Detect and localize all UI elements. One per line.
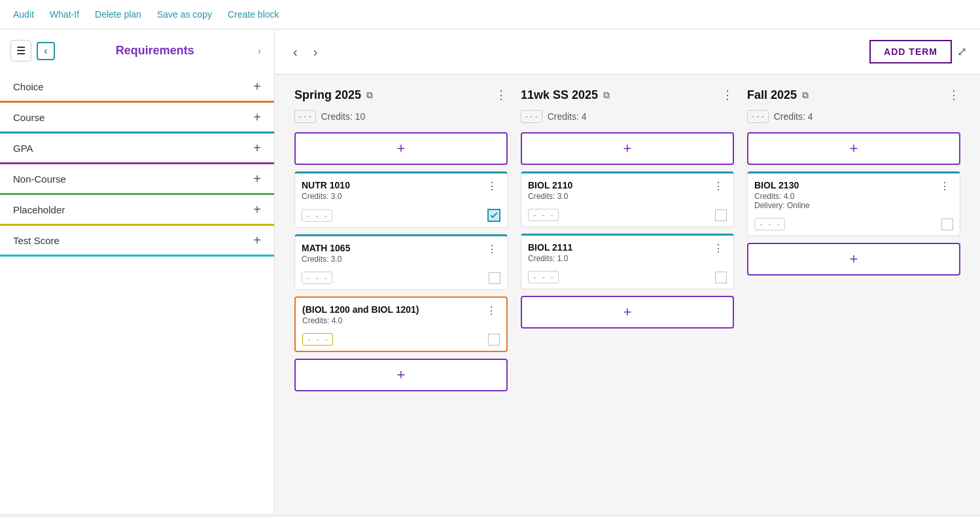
- course-biol1200-credits: Credits: 4.0: [302, 316, 483, 325]
- term-spring2025-copy-icon[interactable]: ⧉: [366, 90, 373, 101]
- content-header: ‹ › ADD TERM ⤢: [275, 29, 980, 75]
- sidebar-menu-button[interactable]: ☰: [10, 40, 31, 62]
- term-11wkss2025-copy-icon[interactable]: ⧉: [603, 90, 610, 101]
- sidebar-item-noncourse-label: Non-Course: [13, 173, 66, 185]
- sidebar-item-noncourse-add[interactable]: +: [253, 172, 261, 185]
- course-biol2111-checkbox[interactable]: [715, 272, 727, 283]
- nav-audit[interactable]: Audit: [13, 9, 34, 20]
- term-fall2025-menu[interactable]: ⋮: [948, 88, 960, 102]
- term-spring2025-credits-row: - - - Credits: 10: [294, 110, 508, 123]
- term-11wkss2025-credits: Credits: 4: [548, 111, 587, 122]
- course-nutr1010-badge: - - -: [302, 209, 332, 222]
- course-biol2111-badge: - - -: [528, 271, 559, 283]
- sidebar-title: Requirements: [58, 44, 253, 58]
- course-biol2130-code: BIOL 2130: [754, 180, 937, 190]
- course-biol2130-menu[interactable]: ⋮: [937, 180, 953, 192]
- course-biol2111-code: BIOL 2111: [528, 242, 710, 253]
- course-biol2130-badge: - - -: [754, 218, 785, 230]
- term-fall2025-header: Fall 2025 ⧉ ⋮: [747, 88, 960, 102]
- sidebar-item-placeholder-add[interactable]: +: [253, 203, 261, 216]
- sidebar-forward-button[interactable]: ›: [255, 43, 264, 60]
- term-11wkss2025-credits-row: - - - Credits: 4: [521, 110, 734, 123]
- sidebar-nav: ‹ Requirements ›: [37, 42, 264, 60]
- sidebar-item-choice-add[interactable]: +: [253, 80, 261, 93]
- sidebar-item-choice[interactable]: Choice +: [0, 72, 274, 103]
- term-spring2025-badge: - - -: [294, 110, 316, 123]
- course-biol2130-credits: Credits: 4.0: [754, 192, 937, 201]
- course-biol2111-credits: Credits: 1.0: [528, 254, 710, 263]
- term-fall2025-credits: Credits: 4: [774, 111, 813, 122]
- term-spring2025: Spring 2025 ⧉ ⋮ - - - Credits: 10 +: [288, 88, 514, 454]
- course-math1065-badge: - - -: [302, 272, 332, 284]
- sidebar-item-noncourse[interactable]: Non-Course +: [0, 164, 274, 195]
- course-biol2111-menu[interactable]: ⋮: [710, 242, 727, 255]
- course-card-nutr1010: NUTR 1010 Credits: 3.0 ⋮ - - -: [294, 171, 508, 228]
- course-biol2110-badge: - - -: [528, 209, 559, 221]
- term-spring2025-title: Spring 2025: [294, 88, 361, 102]
- course-biol2110-credits: Credits: 3.0: [528, 192, 710, 201]
- course-math1065-checkbox[interactable]: [489, 272, 500, 284]
- sidebar-item-gpa-label: GPA: [13, 143, 33, 154]
- sidebar-back-button[interactable]: ‹: [37, 42, 55, 60]
- add-course-11wkss2025[interactable]: +: [521, 132, 734, 165]
- course-nutr1010-credits: Credits: 3.0: [302, 192, 484, 201]
- sidebar-item-course-label: Course: [13, 112, 44, 123]
- course-math1065-credits: Credits: 3.0: [302, 255, 484, 264]
- nav-whatif[interactable]: What-If: [50, 9, 79, 20]
- terms-grid: Spring 2025 ⧉ ⋮ - - - Credits: 10 +: [275, 75, 980, 467]
- term-fall2025: Fall 2025 ⧉ ⋮ - - - Credits: 4 +: [741, 88, 967, 454]
- sidebar-item-testscore[interactable]: Test Score +: [0, 226, 274, 257]
- term-11wkss2025-badge: - - -: [521, 110, 542, 123]
- course-math1065-menu[interactable]: ⋮: [484, 243, 500, 255]
- nav-delete-plan[interactable]: Delete plan: [95, 9, 141, 20]
- course-card-biol2110: BIOL 2110 Credits: 3.0 ⋮ - - -: [521, 171, 734, 227]
- sidebar-item-placeholder[interactable]: Placeholder +: [0, 195, 274, 226]
- sidebar-item-testscore-add[interactable]: +: [253, 234, 261, 247]
- course-biol2110-checkbox[interactable]: [715, 209, 727, 221]
- add-term-button[interactable]: ADD TERM: [869, 40, 952, 63]
- sidebar-item-choice-label: Choice: [13, 81, 44, 92]
- nav-save-copy[interactable]: Save as copy: [157, 9, 212, 20]
- course-card-biol1200: (BIOL 1200 and BIOL 1201) Credits: 4.0 ⋮…: [294, 296, 508, 352]
- course-nutr1010-menu[interactable]: ⋮: [484, 180, 500, 192]
- course-card-biol2130: BIOL 2130 Credits: 4.0 Delivery: Online …: [747, 171, 960, 236]
- add-course-fall2025-bottom[interactable]: +: [747, 243, 960, 276]
- course-nutr1010-checkbox[interactable]: [487, 209, 500, 222]
- add-course-spring2025-bottom[interactable]: +: [294, 359, 508, 391]
- course-biol2110-menu[interactable]: ⋮: [710, 180, 727, 192]
- course-biol1200-badge: - - -: [302, 333, 333, 346]
- main-layout: ☰ ‹ Requirements › Choice + Course + GPA…: [0, 29, 980, 514]
- term-11wkss2025: 11wk SS 2025 ⧉ ⋮ - - - Credits: 4 +: [514, 88, 741, 454]
- nav-create-block[interactable]: Create block: [228, 9, 279, 20]
- course-biol2110-code: BIOL 2110: [528, 180, 710, 190]
- top-nav: Audit What-If Delete plan Save as copy C…: [0, 0, 980, 29]
- term-11wkss2025-header: 11wk SS 2025 ⧉ ⋮: [521, 88, 734, 102]
- sidebar-item-course[interactable]: Course +: [0, 103, 274, 134]
- content-area: ‹ › ADD TERM ⤢ Spring 2025 ⧉ ⋮ - - - Cre…: [275, 29, 980, 514]
- term-fall2025-badge: - - -: [747, 110, 769, 123]
- term-spring2025-menu[interactable]: ⋮: [495, 88, 508, 102]
- add-course-spring2025[interactable]: +: [294, 132, 508, 165]
- course-biol1200-code: (BIOL 1200 and BIOL 1201): [302, 304, 483, 315]
- term-11wkss2025-title: 11wk SS 2025: [521, 88, 598, 102]
- course-math1065-code: MATH 1065: [302, 243, 484, 253]
- course-nutr1010-code: NUTR 1010: [302, 180, 484, 190]
- add-course-11wkss2025-bottom[interactable]: +: [521, 296, 734, 329]
- compress-button[interactable]: ⤢: [957, 45, 967, 59]
- term-fall2025-title: Fall 2025: [747, 88, 797, 102]
- term-fall2025-copy-icon[interactable]: ⧉: [802, 90, 809, 101]
- term-spring2025-header: Spring 2025 ⧉ ⋮: [294, 88, 508, 102]
- sidebar-header: ☰ ‹ Requirements ›: [0, 40, 274, 72]
- course-biol2130-checkbox[interactable]: [941, 219, 953, 230]
- sidebar-item-testscore-label: Test Score: [13, 235, 60, 246]
- sidebar: ☰ ‹ Requirements › Choice + Course + GPA…: [0, 29, 275, 514]
- next-term-button[interactable]: ›: [308, 42, 323, 62]
- course-biol1200-menu[interactable]: ⋮: [483, 304, 500, 317]
- prev-term-button[interactable]: ‹: [288, 42, 303, 62]
- sidebar-item-gpa[interactable]: GPA +: [0, 134, 274, 164]
- sidebar-item-gpa-add[interactable]: +: [253, 141, 261, 154]
- sidebar-item-course-add[interactable]: +: [253, 111, 261, 124]
- term-11wkss2025-menu[interactable]: ⋮: [722, 88, 734, 102]
- add-course-fall2025[interactable]: +: [747, 132, 960, 165]
- course-biol1200-checkbox[interactable]: [488, 334, 500, 346]
